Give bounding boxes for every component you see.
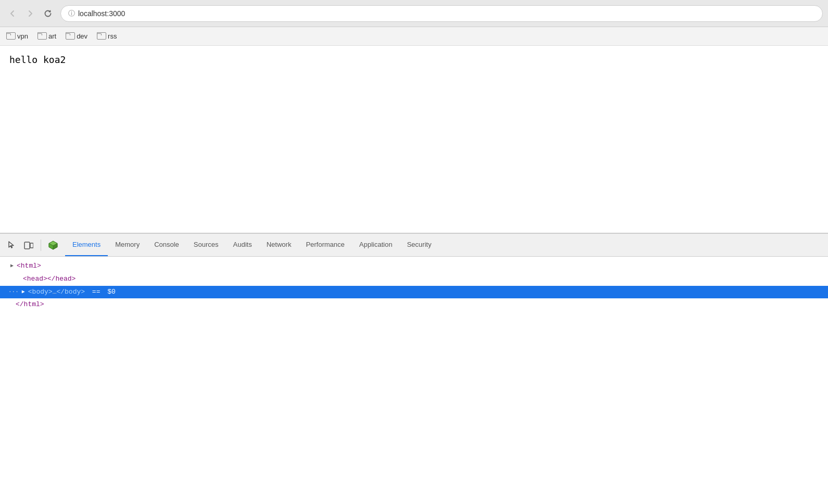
toggle-device-toolbar-button[interactable] (21, 237, 36, 253)
dom-panel: ▶ <html> <head></head> ··· ▶ <body> … </… (0, 257, 828, 504)
tab-application[interactable]: Application (352, 234, 400, 256)
tab-security[interactable]: Security (399, 234, 438, 256)
tab-memory[interactable]: Memory (108, 234, 147, 256)
dom-html-close: </html> (0, 298, 828, 311)
page-content: hello koa2 (0, 46, 828, 233)
inspect-element-button[interactable] (4, 237, 20, 253)
folder-icon (37, 33, 46, 40)
tab-sources[interactable]: Sources (186, 234, 226, 256)
reload-icon (44, 9, 52, 18)
expand-icon[interactable]: ▶ (8, 262, 16, 270)
nav-bar: ⓘ localhost:3000 (0, 0, 828, 27)
dom-dots: ··· (8, 287, 19, 297)
tab-audits[interactable]: Audits (226, 234, 259, 256)
bookmark-art-label: art (48, 32, 56, 40)
dollar-zero: $0 (107, 287, 116, 298)
html-close-tag: </html> (16, 299, 44, 310)
forward-icon (26, 9, 34, 18)
body-ellipsis: … (53, 287, 57, 298)
head-tag: <head></head> (23, 274, 76, 285)
forward-button[interactable] (23, 6, 37, 21)
bookmark-art[interactable]: art (37, 32, 56, 40)
svg-rect-0 (24, 242, 30, 249)
page-text: hello koa2 (9, 54, 819, 65)
bookmark-rss-label: rss (108, 32, 117, 40)
tab-elements[interactable]: Elements (65, 234, 108, 256)
tab-network[interactable]: Network (259, 234, 299, 256)
back-icon (8, 9, 17, 18)
cube-icon (48, 240, 58, 250)
nav-buttons (5, 6, 55, 21)
info-icon: ⓘ (68, 9, 75, 18)
address-bar[interactable]: ⓘ localhost:3000 (60, 5, 823, 22)
equals-sign: == (88, 287, 104, 298)
devtools-tabs: Elements Memory Console Sources Audits N… (65, 234, 824, 256)
devtools: Elements Memory Console Sources Audits N… (0, 233, 828, 504)
dom-html-open: ▶ <html> (0, 260, 828, 273)
bookmark-rss[interactable]: rss (97, 32, 117, 40)
back-button[interactable] (5, 6, 20, 21)
browser-window: ⓘ localhost:3000 vpn art dev rss hello k… (0, 0, 828, 504)
device-toolbar-icon (24, 241, 33, 250)
folder-icon (66, 33, 74, 40)
bookmarks-bar: vpn art dev rss (0, 27, 828, 46)
cursor-icon (7, 241, 17, 250)
tab-performance[interactable]: Performance (298, 234, 352, 256)
bookmark-dev-label: dev (77, 32, 87, 40)
expand-body-icon[interactable]: ▶ (20, 288, 27, 296)
tab-console[interactable]: Console (147, 234, 186, 256)
dom-body[interactable]: ··· ▶ <body> … </body> == $0 (0, 286, 828, 299)
dom-head[interactable]: <head></head> (0, 273, 828, 286)
folder-icon (6, 33, 15, 40)
svg-rect-1 (30, 243, 33, 248)
reload-button[interactable] (41, 6, 55, 21)
url-text: localhost:3000 (78, 9, 125, 18)
cube-button[interactable] (45, 237, 61, 253)
devtools-toolbar: Elements Memory Console Sources Audits N… (0, 234, 828, 257)
body-open-tag: <body> (28, 287, 53, 298)
html-open-tag: <html> (17, 261, 41, 272)
devtools-icons (4, 237, 61, 253)
toolbar-divider (41, 240, 41, 251)
folder-icon (97, 33, 105, 40)
body-close-tag: </body> (56, 287, 85, 298)
bookmark-vpn[interactable]: vpn (6, 32, 28, 40)
bookmark-vpn-label: vpn (17, 32, 28, 40)
bookmark-dev[interactable]: dev (66, 32, 87, 40)
